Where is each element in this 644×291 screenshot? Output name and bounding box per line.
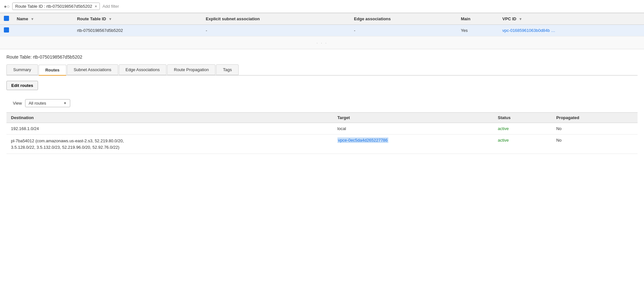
route-table-prefix: Route Table:: [6, 54, 32, 60]
status-active-badge: active: [498, 126, 509, 131]
filter-tag-text: Route Table ID : rtb-0750198567d5b5202: [15, 4, 92, 9]
status-active-badge-2: active: [498, 138, 509, 143]
vpc-id-sort-icon[interactable]: ▼: [519, 17, 522, 21]
checkbox-icon[interactable]: [4, 16, 9, 21]
row-checkbox[interactable]: [0, 25, 13, 36]
row-main: Yes: [457, 25, 498, 36]
route-tables-table: Name ▼ Route Table ID ▼ Explicit subnet …: [0, 13, 644, 36]
view-dropdown-arrow-icon: ▼: [63, 101, 67, 105]
filter-tag-close[interactable]: ×: [95, 4, 97, 9]
table-header-row: Name ▼ Route Table ID ▼ Explicit subnet …: [0, 13, 644, 25]
tabs-bar: Summary Routes Subnet Associations Edge …: [6, 64, 638, 76]
edit-routes-button[interactable]: Edit routes: [6, 81, 38, 90]
routes-row-2: pl-7ba54012 (com.amazonaws.us-east-2.s3,…: [6, 135, 638, 154]
routes-col-destination: Destination: [6, 113, 333, 123]
routes-col-propagated: Propagated: [552, 113, 638, 123]
routes-col-status: Status: [493, 113, 552, 123]
routes-row-2-destination: pl-7ba54012 (com.amazonaws.us-east-2.s3,…: [6, 135, 333, 154]
col-vpc-id: VPC ID ▼: [498, 13, 644, 25]
view-selected-option: All routes: [29, 101, 46, 106]
row-route-table-id: rtb-0750198567d5b5202: [73, 25, 202, 36]
routes-row-1: 192.168.1.0/24 local active No: [6, 123, 638, 135]
tab-tags[interactable]: Tags: [216, 64, 238, 75]
routes-row-2-propagated: No: [552, 135, 638, 154]
col-main: Main: [457, 13, 498, 25]
view-label: View: [13, 101, 22, 106]
drag-handle-icon: · · ·: [317, 40, 327, 45]
routes-col-target: Target: [333, 113, 493, 123]
row-explicit-subnet: -: [202, 25, 350, 36]
view-row: View All routes ▼: [13, 99, 638, 107]
routes-row-1-target: local: [333, 123, 493, 135]
route-table-label: Route Table: rtb-0750198567d5b5202: [6, 54, 638, 60]
row-name: [13, 25, 73, 36]
routes-row-1-destination: 192.168.1.0/24: [6, 123, 333, 135]
checkbox-checked-icon[interactable]: [4, 27, 9, 33]
panel-divider: · · ·: [0, 36, 644, 49]
route-table-id-sort-icon[interactable]: ▼: [109, 17, 112, 21]
row-vpc-id[interactable]: vpc-01685961063b0d84b …: [498, 25, 644, 36]
col-name: Name ▼: [13, 13, 73, 25]
tab-summary[interactable]: Summary: [6, 64, 38, 75]
table-row[interactable]: rtb-0750198567d5b5202 - - Yes vpc-016859…: [0, 25, 644, 36]
target-endpoint-link[interactable]: vpce-0ec5da4d265227786: [337, 137, 388, 143]
routes-table: Destination Target Status Propagated 192…: [6, 112, 638, 154]
route-table-detail-id: rtb-0750198567d5b5202: [33, 54, 82, 60]
routes-row-2-status: active: [493, 135, 552, 154]
tab-subnet-associations[interactable]: Subnet Associations: [67, 64, 118, 75]
select-all-checkbox[interactable]: [0, 13, 13, 25]
col-route-table-id: Route Table ID ▼: [73, 13, 202, 25]
routes-row-1-status: active: [493, 123, 552, 135]
tab-route-propagation[interactable]: Route Propagation: [167, 64, 215, 75]
col-explicit-subnet: Explicit subnet association: [202, 13, 350, 25]
detail-panel: Route Table: rtb-0750198567d5b5202 Summa…: [0, 49, 644, 154]
name-sort-icon[interactable]: ▼: [31, 17, 34, 21]
routes-row-2-target[interactable]: vpce-0ec5da4d265227786: [333, 135, 493, 154]
row-edge-associations: -: [350, 25, 457, 36]
routes-row-1-propagated: No: [552, 123, 638, 135]
search-bar: ●○ Route Table ID : rtb-0750198567d5b520…: [0, 0, 644, 13]
routes-header-row: Destination Target Status Propagated: [6, 113, 638, 123]
view-dropdown[interactable]: All routes ▼: [25, 99, 70, 107]
col-edge-associations: Edge associations: [350, 13, 457, 25]
add-filter-text[interactable]: Add filter: [102, 4, 119, 9]
tab-routes[interactable]: Routes: [39, 65, 66, 76]
search-icon: ●○: [4, 4, 10, 9]
tab-edge-associations[interactable]: Edge Associations: [119, 64, 166, 75]
filter-tag[interactable]: Route Table ID : rtb-0750198567d5b5202 ×: [12, 3, 100, 10]
vpc-id-link[interactable]: vpc-01685961063b0d84b …: [502, 28, 555, 33]
